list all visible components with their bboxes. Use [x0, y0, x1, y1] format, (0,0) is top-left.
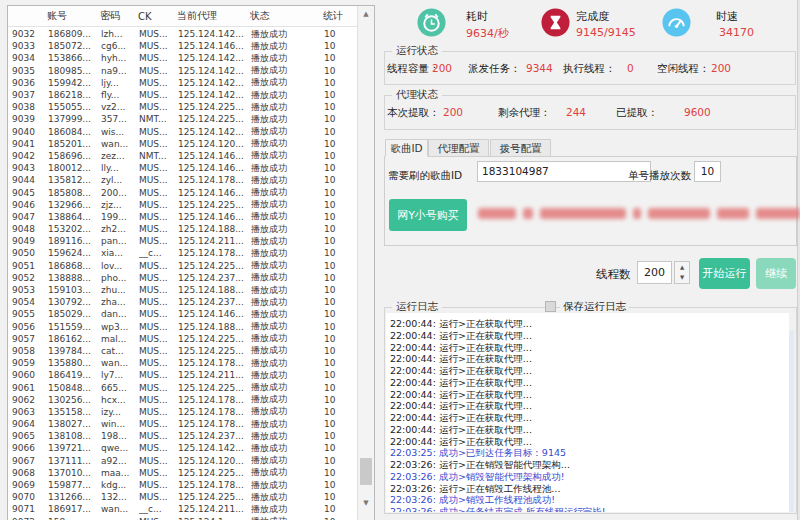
- speed-value: 34170: [719, 26, 754, 39]
- table-row[interactable]: 9042158696...zez...NMT...125.124.146...播…: [8, 150, 357, 162]
- table-row[interactable]: 9064138027...win...MUS...125.124.178...播…: [8, 418, 357, 430]
- table-header-ck[interactable]: CK: [135, 11, 174, 22]
- table-row[interactable]: 9059135880...wan...MUS...125.124.178...播…: [8, 357, 357, 369]
- table-row[interactable]: 9056151559...wp3...MUS...125.124.188...播…: [8, 321, 357, 333]
- table-cell: 186218...: [44, 90, 97, 100]
- scroll-down-icon[interactable]: ▼: [358, 496, 374, 510]
- table-cell: 10: [320, 248, 357, 258]
- table-row[interactable]: 9065138108...198...MUS...125.124.237...播…: [8, 430, 357, 442]
- run-log-output[interactable]: 22:00:44: 运行>正在获取代理...22:00:44: 运行>正在获取代…: [386, 313, 789, 512]
- table-header-account[interactable]: 账号: [44, 9, 97, 23]
- table-row[interactable]: 9054130792...zha...MUS...125.124.237...播…: [8, 296, 357, 308]
- table-cell: 125.124.178...: [174, 358, 247, 368]
- table-cell: 159103...: [44, 285, 97, 295]
- scrollbar-thumb[interactable]: [360, 458, 372, 485]
- log-entry: 22:00:44: 运行>正在获取代理...: [390, 342, 789, 354]
- stepper-down-icon[interactable]: ▼: [675, 272, 689, 282]
- table-cell: 186084...: [44, 127, 97, 137]
- censored-contact-info: [478, 208, 800, 219]
- table-cell: 播放成功: [247, 418, 320, 431]
- table-header-proxy[interactable]: 当前代理: [174, 9, 247, 23]
- run-log-title: 运行日志: [392, 300, 442, 314]
- table-cell: hyh...: [97, 53, 135, 63]
- table-cell: 10: [320, 517, 357, 520]
- table-cell: 10: [320, 90, 357, 100]
- table-header-stat[interactable]: 统计: [320, 9, 357, 23]
- table-row[interactable]: 9038155055...vz2...MUS...125.124.225...播…: [8, 101, 357, 113]
- tab-proxy-config[interactable]: 代理配置: [428, 139, 489, 157]
- table-row[interactable]: 9047138864...199...MUS...125.124.146...播…: [8, 211, 357, 223]
- table-cell: 125.124.178...: [174, 407, 247, 417]
- scroll-up-icon[interactable]: ▲: [358, 7, 374, 21]
- table-row[interactable]: 9050159624...xia...__c...125.124.178...播…: [8, 247, 357, 259]
- table-row[interactable]: 9052138888...pho...MUS...125.124.237...播…: [8, 272, 357, 284]
- table-cell: 播放成功: [247, 430, 320, 443]
- table-header-status[interactable]: 状态: [247, 9, 320, 23]
- table-row[interactable]: 9068137010...maa...MUS...125.124.225...播…: [8, 467, 357, 479]
- table-row[interactable]: 9051186868...lov...MUS...125.124.225...播…: [8, 260, 357, 272]
- save-log-label[interactable]: 保存运行日志: [560, 300, 629, 314]
- table-cell: ly7...: [97, 370, 135, 380]
- table-cell: MUS...: [135, 66, 174, 76]
- table-cell: MUS...: [135, 468, 174, 478]
- table-row[interactable]: 9036159942...ljy...MUS...125.124.142...播…: [8, 77, 357, 89]
- table-cell: 播放成功: [247, 320, 320, 333]
- table-row[interactable]: 9070131266...132...MUS...125.124.225...播…: [8, 491, 357, 503]
- table-row[interactable]: 9044135812...zyl...MUS...125.124.178...播…: [8, 174, 357, 186]
- log-entry: 22:00:44: 运行>正在获取代理...: [390, 424, 789, 436]
- song-id-input[interactable]: 1833104987: [477, 161, 651, 182]
- table-cell: 10: [320, 297, 357, 307]
- table-cell: 9059: [8, 358, 44, 368]
- tab-song-id[interactable]: 歌曲ID: [385, 139, 428, 157]
- table-cell: MUS...: [135, 456, 174, 466]
- table-row[interactable]: 9057186162...mal...MUS...125.124.225...播…: [8, 333, 357, 345]
- table-row[interactable]: 9049189116...pan...MUS...125.124.211...播…: [8, 235, 357, 247]
- stepper-up-icon[interactable]: ▲: [675, 262, 689, 272]
- save-log-checkbox[interactable]: [545, 301, 556, 312]
- table-cell: 9035: [8, 66, 44, 76]
- buy-account-button[interactable]: 网Y小号购买: [389, 199, 467, 231]
- table-row[interactable]: 9071186917...wan...__c...125.124.211...播…: [8, 503, 357, 515]
- table-row[interactable]: 9048153202...zh2...MUS...125.124.188...播…: [8, 223, 357, 235]
- table-cell: 125.124.146...: [174, 309, 247, 319]
- table-cell: 播放成功: [247, 357, 320, 370]
- log-entry: 22:00:44: 运行>正在获取代理...: [390, 436, 789, 448]
- table-row[interactable]: 9067137111...a92...MUS...125.124.120...播…: [8, 455, 357, 467]
- table-cell: 132...: [97, 492, 135, 502]
- table-cell: 播放成功: [247, 405, 320, 418]
- table-row[interactable]: 9041185201...wan...MUS...125.124.120...播…: [8, 138, 357, 150]
- table-cell: 播放成功: [247, 198, 320, 211]
- log-scrollbar[interactable]: [789, 330, 794, 512]
- table-vertical-scrollbar[interactable]: ▲ ▼: [357, 6, 374, 520]
- table-row[interactable]: 9043180012...lly...MUS...125.124.146...播…: [8, 162, 357, 174]
- table-cell: 10: [320, 41, 357, 51]
- table-row[interactable]: 9063135158...izy...MUS...125.124.178...播…: [8, 406, 357, 418]
- start-run-button[interactable]: 开始运行: [699, 258, 750, 289]
- thread-count-input[interactable]: 200: [637, 261, 672, 284]
- table-row[interactable]: 9060186419...ly7...MUS...125.124.211...播…: [8, 369, 357, 381]
- table-row[interactable]: 9045185808...200...MUS...125.124.146...播…: [8, 186, 357, 198]
- thread-count-stepper[interactable]: ▲ ▼: [674, 261, 690, 284]
- continue-button[interactable]: 继续: [756, 258, 796, 289]
- table-row[interactable]: 9046132966...zjz...MUS...125.124.225...播…: [8, 199, 357, 211]
- table-row[interactable]: 9062130256...hcx...MUS...125.124.178...播…: [8, 394, 357, 406]
- table-row[interactable]: 9061150848...665...MUS...125.124.225...播…: [8, 381, 357, 393]
- table-header-password[interactable]: 密码: [97, 9, 135, 23]
- table-row[interactable]: 9037186218...fly...MUS...125.124.142...播…: [8, 89, 357, 101]
- table-row[interactable]: 9055185029...dan...MUS...125.124.146...播…: [8, 308, 357, 320]
- table-cell: 138864...: [44, 212, 97, 222]
- table-row[interactable]: 9053159103...zhu...MUS...125.124.188...播…: [8, 284, 357, 296]
- table-row[interactable]: 9058139784...cat...MUS...125.124.225...播…: [8, 345, 357, 357]
- play-count-input[interactable]: 10: [694, 161, 721, 182]
- tab-dial-config[interactable]: 拨号配置: [490, 139, 551, 157]
- table-row[interactable]: 9040186084...wis...MUS...125.124.142...播…: [8, 126, 357, 138]
- table-row[interactable]: 9039137999...357...NMT...125.124.225...播…: [8, 113, 357, 125]
- table-row[interactable]: 9032186809...lzh...MUS...125.124.142...播…: [8, 28, 357, 40]
- table-row[interactable]: 9034153866...hyh...MUS...125.124.142...播…: [8, 52, 357, 64]
- table-row[interactable]: 9072158......MUS...125.124.1...播放成功10: [8, 516, 357, 520]
- table-row[interactable]: 9069159877...kdg...MUS...125.124.178...播…: [8, 479, 357, 491]
- table-cell: a92...: [97, 456, 135, 466]
- table-row[interactable]: 9035180985...na9...MUS...125.124.142...播…: [8, 65, 357, 77]
- table-row[interactable]: 9033185072...cg6...MUS...125.124.146...播…: [8, 40, 357, 52]
- table-row[interactable]: 9066139721...qwe...MUS...125.124.142...播…: [8, 442, 357, 454]
